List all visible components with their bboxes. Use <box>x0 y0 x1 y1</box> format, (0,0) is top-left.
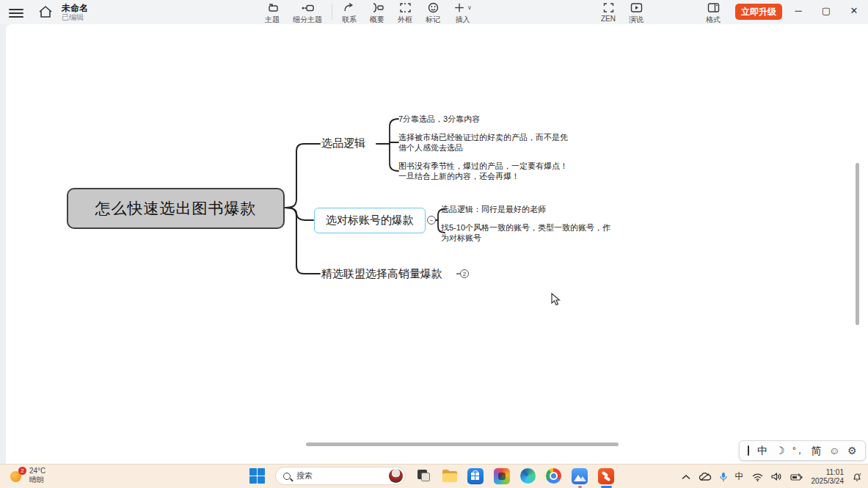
taskbar: 2 24°C 晴朗 搜索 <box>0 464 868 488</box>
collapsed-count-badge[interactable]: 2 <box>460 269 469 278</box>
tray-time: 11:01 <box>812 468 845 477</box>
ime-emoji-button[interactable]: ☺ <box>829 445 839 456</box>
speaker-icon[interactable] <box>771 472 782 481</box>
insert-label: 插入 <box>455 15 470 25</box>
mouse-cursor <box>551 293 561 309</box>
window-controls: ─ ▢ ✕ <box>784 0 868 21</box>
toolbar-divider <box>332 4 332 20</box>
weather-widget[interactable]: 2 24°C 晴朗 <box>10 467 45 484</box>
running-indicator <box>578 486 582 488</box>
ime-punctuation-toggle[interactable]: °， <box>792 446 803 455</box>
microphone-icon[interactable] <box>720 472 727 482</box>
chevron-down-icon: ∨ <box>467 4 472 11</box>
active-app-indicator <box>601 486 612 488</box>
media-app-icon[interactable] <box>494 468 510 484</box>
minimize-button[interactable]: ─ <box>784 0 812 21</box>
subtopic-text[interactable]: 7分靠选品，3分靠内容 <box>398 114 480 125</box>
battery-icon[interactable] <box>790 473 803 481</box>
topic-label: 主题 <box>265 15 280 25</box>
boundary-label: 外框 <box>398 15 412 25</box>
weather-condition: 晴朗 <box>29 476 45 484</box>
system-tray: 中 11:01 2025/3/24 z <box>682 465 863 488</box>
svg-text:z: z <box>859 472 861 476</box>
edge-browser-icon[interactable] <box>520 468 536 484</box>
mindmap-app-icon[interactable] <box>598 468 614 484</box>
file-explorer-icon[interactable] <box>442 468 457 484</box>
tray-chevron-up-icon[interactable] <box>682 474 690 480</box>
right-toolbar: ZEN 演说 <box>594 1 650 25</box>
subtopic-button[interactable]: 细分主题 <box>286 1 329 25</box>
task-view-button[interactable] <box>416 468 431 484</box>
zen-label: ZEN <box>601 15 616 23</box>
maximize-button[interactable]: ▢ <box>812 0 840 21</box>
relationship-label: 联系 <box>342 15 357 25</box>
home-icon[interactable] <box>38 5 53 18</box>
ime-simplified-toggle[interactable]: 简 <box>811 445 821 456</box>
upgrade-button[interactable]: 立即升级 <box>735 4 782 20</box>
zen-button[interactable]: ZEN <box>594 1 622 23</box>
start-button[interactable] <box>249 468 265 484</box>
summary-button[interactable]: 概要 <box>363 1 391 25</box>
app-header: 未命名 已编辑 主题 细分主题 联系 概要 外框 标记 <box>0 0 868 24</box>
close-button[interactable]: ✕ <box>840 0 868 21</box>
subtopic-text[interactable]: 选择被市场已经验证过的好卖的产品，而不是凭 借个人感觉去选品 <box>398 133 568 153</box>
boundary-button[interactable]: 外框 <box>391 1 419 25</box>
search-icon <box>283 473 291 480</box>
marker-button[interactable]: 标记 <box>419 1 447 25</box>
format-label: 格式 <box>706 15 721 25</box>
weather-temp: 24°C <box>29 467 45 476</box>
subtopic-label: 细分主题 <box>293 15 322 25</box>
present-button[interactable]: 演说 <box>622 1 650 25</box>
clock[interactable]: 11:01 2025/3/24 <box>812 468 845 486</box>
search-placeholder: 搜索 <box>296 470 389 481</box>
branch-node-selected[interactable]: 选对标账号的爆款 <box>314 208 426 233</box>
marker-label: 标记 <box>426 15 440 25</box>
topic-button[interactable]: 主题 <box>258 1 286 25</box>
root-topic-node[interactable]: 怎么快速选出图书爆款 <box>67 188 285 229</box>
menu-icon[interactable] <box>9 7 23 17</box>
summary-label: 概要 <box>370 15 384 25</box>
notification-bell-icon[interactable]: z <box>852 472 862 482</box>
branch-node-jingxuan-lianmeng[interactable]: 精选联盟选择高销量爆款 <box>321 267 442 281</box>
present-label: 演说 <box>629 15 643 25</box>
format-button[interactable]: 格式 <box>699 1 727 25</box>
ime-cursor-icon <box>748 445 749 456</box>
microsoft-store-icon[interactable] <box>467 468 484 484</box>
tray-date: 2025/3/24 <box>812 477 845 486</box>
search-highlight-avatar <box>389 469 403 483</box>
horizontal-scrollbar[interactable] <box>306 443 619 446</box>
search-input[interactable]: 搜索 <box>275 467 406 485</box>
ime-language-toggle[interactable]: 中 <box>757 445 767 456</box>
main-toolbar: 主题 细分主题 联系 概要 外框 标记 ∨ 插入 <box>258 1 478 25</box>
onedrive-cloud-icon[interactable] <box>699 473 712 481</box>
blue-app-icon[interactable] <box>572 468 588 484</box>
subtopic-text[interactable]: 选品逻辑：同行是最好的老师 <box>441 205 546 215</box>
subtopic-text[interactable]: 图书没有季节性，爆过的产品，一定要有爆点！ 一旦结合上新的内容，还会再爆！ <box>398 161 568 181</box>
mindmap-canvas[interactable] <box>6 24 868 464</box>
weather-badge: 2 <box>18 467 26 475</box>
branch-node-xuanpin-luoji[interactable]: 选品逻辑 <box>321 136 365 150</box>
input-language-indicator[interactable]: 中 <box>735 470 744 483</box>
wifi-icon[interactable] <box>752 473 763 481</box>
taskbar-center: 搜索 <box>249 467 614 485</box>
document-status: 已编辑 <box>62 12 84 23</box>
ime-moon-icon[interactable]: ☽ <box>776 445 785 456</box>
chrome-browser-icon[interactable] <box>546 468 561 484</box>
ime-settings-gear-icon[interactable]: ⚙ <box>847 445 857 456</box>
relationship-button[interactable]: 联系 <box>335 1 363 25</box>
collapse-button[interactable]: − <box>427 216 436 225</box>
vertical-scrollbar[interactable] <box>856 163 859 325</box>
insert-button[interactable]: ∨ 插入 <box>447 1 478 25</box>
ime-toolbar: 中 ☽ °， 简 ☺ ⚙ <box>739 440 866 461</box>
subtopic-text[interactable]: 找5-10个风格一致的账号，类型一致的账号，作 为对标账号 <box>441 223 610 243</box>
sun-icon: 2 <box>10 468 25 483</box>
format-toolbar: 格式 <box>699 1 727 25</box>
